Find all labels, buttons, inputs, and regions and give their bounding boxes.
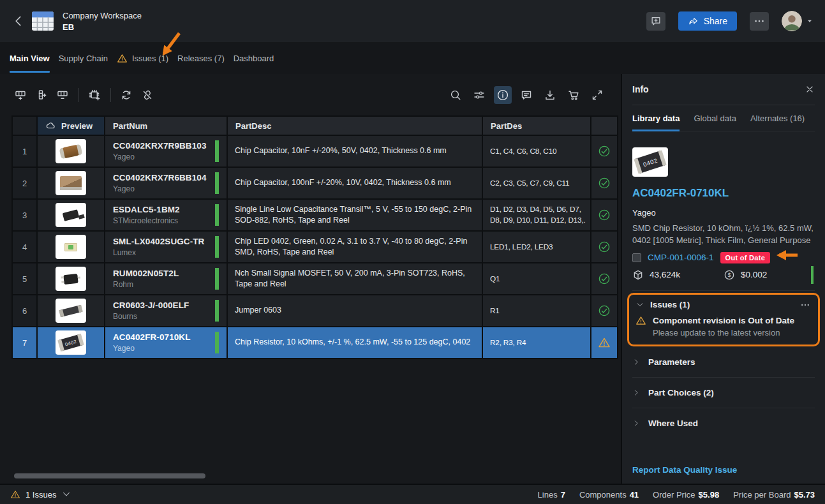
designators-cell[interactable]: C2, C3, C5, C7, C9, C11 <box>483 168 590 198</box>
header-partdes[interactable]: PartDes <box>483 117 590 135</box>
comment-button[interactable] <box>646 12 665 31</box>
part-preview[interactable] <box>38 263 104 294</box>
tab-issues-1[interactable]: Issues (1) <box>117 42 168 74</box>
designators-cell[interactable]: Q1 <box>483 263 590 294</box>
section-where-used[interactable]: Where Used <box>632 408 815 439</box>
part-preview[interactable] <box>38 200 104 230</box>
part-description-cell[interactable]: Chip Resistor, 10 kOhms, +/-1 %, 62.5 mW… <box>228 327 482 358</box>
status-cell[interactable] <box>591 327 617 358</box>
remove-row-button[interactable] <box>54 86 71 104</box>
status-cell[interactable] <box>591 136 617 167</box>
caret-down-icon[interactable] <box>806 17 814 25</box>
expand-button[interactable] <box>588 86 606 104</box>
download-button[interactable] <box>541 86 559 104</box>
price-stat: $$0.002 <box>724 269 815 281</box>
lifecycle-bar <box>215 140 219 162</box>
bom-metrics: Lines7Components41Order Price$5.98Price … <box>524 490 815 500</box>
info-tab-alternates-16[interactable]: Alternates (16) <box>750 114 805 131</box>
status-cell[interactable] <box>591 232 617 262</box>
part-number-cell[interactable]: RUM002N05T2LRohm <box>105 263 227 294</box>
more-button[interactable] <box>750 12 769 31</box>
lifecycle-bar <box>215 204 219 226</box>
section-parameters[interactable]: Parameters <box>632 347 815 378</box>
part-number-link[interactable]: AC0402FR-0710KL <box>632 187 815 200</box>
filter-button[interactable] <box>470 86 488 104</box>
section-part-choices-2[interactable]: Part Choices (2) <box>632 378 815 408</box>
status-cell[interactable] <box>591 295 617 326</box>
tab-releases-7[interactable]: Releases (7) <box>177 42 225 74</box>
add-component-button[interactable] <box>85 86 103 104</box>
workspace-titles: Company Workspace EB <box>63 11 142 32</box>
row-number: 5 <box>13 263 36 294</box>
issues-section-header[interactable]: Issues (1) <box>635 300 810 310</box>
tab-dashboard[interactable]: Dashboard <box>234 42 274 74</box>
chevron-down-icon <box>635 300 644 309</box>
part-number-cell[interactable]: ESDALC5-1BM2STMicroelectronics <box>105 200 227 230</box>
horizontal-scrollbar[interactable] <box>14 473 205 478</box>
designators-cell[interactable]: C1, C4, C6, C8, C10 <box>483 136 590 167</box>
part-preview[interactable] <box>38 136 104 167</box>
search-button[interactable] <box>447 86 465 104</box>
row-number: 3 <box>13 200 36 230</box>
board-name: EB <box>63 22 142 32</box>
revision-checkbox[interactable] <box>632 253 641 262</box>
metric-price-per-board: Price per Board$5.73 <box>733 490 815 500</box>
close-icon[interactable] <box>805 84 815 94</box>
report-data-quality-link[interactable]: Report Data Quality Issue <box>632 465 737 475</box>
part-description-cell[interactable]: Jumper 0603 <box>228 295 482 326</box>
part-image[interactable]: 0402 <box>632 147 668 177</box>
info-tab-global-data[interactable]: Global data <box>694 114 736 131</box>
metric-components: Components41 <box>579 490 639 500</box>
part-number-cell[interactable]: CC0402KRX7R6BB104Yageo <box>105 168 227 198</box>
part-number-cell[interactable]: AC0402FR-0710KLYageo <box>105 327 227 358</box>
issue-item: Component revision is Out of Date <box>635 315 810 326</box>
status-cell[interactable] <box>591 263 617 294</box>
part-number-cell[interactable]: SML-LX0402SUGC-TRLumex <box>105 232 227 262</box>
status-cell[interactable] <box>591 168 617 198</box>
issues-summary[interactable]: 1 Issues <box>10 489 71 500</box>
part-description-cell[interactable]: Chip Capacitor, 100nF +/-20%, 10V, 0402,… <box>228 168 482 198</box>
part-photo <box>63 209 80 221</box>
toolbar <box>0 74 621 115</box>
workspace-logo[interactable] <box>32 11 54 31</box>
comment-plus-icon <box>650 15 662 27</box>
refresh-button[interactable] <box>117 86 135 104</box>
header-partnum[interactable]: PartNum <box>105 117 227 135</box>
part-description-cell[interactable]: Single Line Low Capacitance Transil™, 5 … <box>228 200 482 230</box>
tab-main-view[interactable]: Main View <box>10 42 50 74</box>
cart-button[interactable] <box>565 86 583 104</box>
comments-button[interactable] <box>517 86 535 104</box>
share-button[interactable]: Share <box>678 11 737 31</box>
top-bar: Company Workspace EB Share <box>0 0 825 42</box>
part-preview[interactable] <box>38 232 104 262</box>
issues-more-icon[interactable] <box>800 300 810 310</box>
tab-supply-chain[interactable]: Supply Chain <box>59 42 108 74</box>
part-preview[interactable] <box>38 168 104 198</box>
designators-cell[interactable]: D1, D2, D3, D4, D5, D6, D7, D8, D9, D10,… <box>483 200 590 230</box>
part-description-cell[interactable]: Nch Small Signal MOSFET, 50 V, 200 mA, 3… <box>228 263 482 294</box>
part-description: SMD Chip Resistor, 10 kOhm, ï¿½ 1%, 62.5… <box>632 223 815 247</box>
back-icon[interactable] <box>11 14 26 28</box>
part-description-cell[interactable]: Chip LED 0402, Green, 0.02 A, 3.1 to 3.7… <box>228 232 482 262</box>
part-description-cell[interactable]: Chip Capacitor, 10nF +/-20%, 50V, 0402, … <box>228 136 482 167</box>
metric-lines: Lines7 <box>538 490 565 500</box>
part-preview[interactable]: 0402 <box>38 327 104 358</box>
unlink-button[interactable] <box>138 86 156 104</box>
part-number-cell[interactable]: CC0402KRX7R9BB103Yageo <box>105 136 227 167</box>
header-partdesc[interactable]: PartDesc <box>228 117 482 135</box>
part-preview[interactable] <box>38 295 104 326</box>
add-column-button[interactable] <box>33 86 50 104</box>
designators-cell[interactable]: R1 <box>483 295 590 326</box>
part-number-cell[interactable]: CR0603-J/-000ELFBourns <box>105 295 227 326</box>
lifecycle-bar <box>215 268 219 290</box>
view-tabs: Main ViewSupply ChainIssues (1)Releases … <box>0 42 825 74</box>
add-row-button[interactable] <box>11 86 29 104</box>
avatar[interactable] <box>782 11 802 31</box>
header-preview[interactable]: Preview <box>38 117 104 135</box>
info-button[interactable] <box>494 86 512 104</box>
status-cell[interactable] <box>591 200 617 230</box>
revision-link[interactable]: CMP-001-0006-1 <box>648 253 714 262</box>
designators-cell[interactable]: R2, R3, R4 <box>483 327 590 358</box>
designators-cell[interactable]: LED1, LED2, LED3 <box>483 232 590 262</box>
info-tab-library-data[interactable]: Library data <box>632 114 680 131</box>
